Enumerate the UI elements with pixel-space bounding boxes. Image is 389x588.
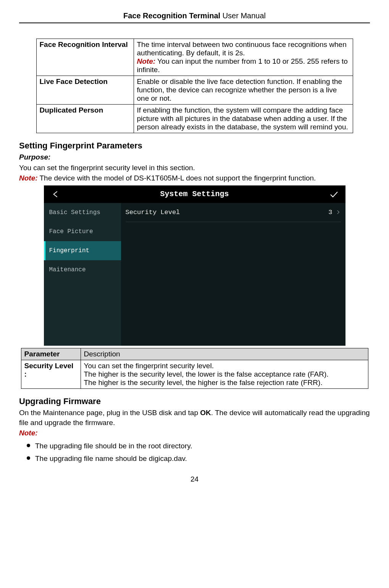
doc-title-rest: User Manual <box>220 11 266 20</box>
device-screenshot: System Settings Basic Settings Face Pict… <box>44 185 345 346</box>
device-main: Security Level 3 <box>121 203 345 346</box>
device-title: System Settings <box>160 190 229 198</box>
page-number: 24 <box>19 475 370 483</box>
note-label: Note: <box>137 57 156 65</box>
note-label: Note: <box>19 429 38 437</box>
list-item: The upgrading file name should be digica… <box>27 454 370 464</box>
table-row: Live Face Detection Enable or disable th… <box>36 76 353 105</box>
param-name: Security Level : <box>21 360 81 388</box>
upgrading-text: On the Maintenance page, plug in the USB… <box>19 408 370 427</box>
sidebar-item-maintenance[interactable]: Maitenance <box>44 260 121 279</box>
col-description: Description <box>81 348 368 360</box>
table-row: Duplicated Person If enabling the functi… <box>36 105 353 133</box>
fingerprint-note: Note: The device with the model of DS-K1… <box>19 173 370 183</box>
page-header: Face Recognition Terminal User Manual <box>19 11 370 20</box>
header-rule <box>19 23 370 23</box>
table-row: Security Level : You can set the fingerp… <box>21 360 368 388</box>
chevron-right-icon <box>336 209 341 215</box>
sidebar-item-basic-settings[interactable]: Basic Settings <box>44 203 121 222</box>
note-label: Note: <box>19 174 38 182</box>
param-desc: You can set the fingerprint security lev… <box>81 360 368 388</box>
upgrading-notes-list: The upgrading file should be in the root… <box>27 441 370 464</box>
list-item: The upgrading file should be in the root… <box>27 441 370 451</box>
param-desc: Enable or disable the live face detectio… <box>134 76 353 105</box>
purpose-text: You can set the fingerprint security lev… <box>19 163 370 173</box>
param-name: Face Recognition Interval <box>36 39 134 76</box>
col-parameter: Parameter <box>21 348 81 360</box>
upgrading-note-label: Note: <box>19 428 370 438</box>
table-row: Face Recognition Interval The time inter… <box>36 39 353 76</box>
security-level-row[interactable]: Security Level 3 <box>126 203 341 222</box>
doc-title-bold: Face Recognition Terminal <box>123 11 220 20</box>
sidebar-item-face-picture[interactable]: Face Picture <box>44 222 121 241</box>
param-name: Duplicated Person <box>36 105 134 133</box>
sidebar-item-fingerprint[interactable]: Fingerprint <box>44 241 121 260</box>
device-sidebar: Basic Settings Face Picture Fingerprint … <box>44 203 121 346</box>
security-level-value: 3 <box>328 209 332 216</box>
section-heading-upgrading: Upgrading Firmware <box>19 396 370 406</box>
purpose-label: Purpose: <box>19 152 370 162</box>
device-titlebar: System Settings <box>44 185 345 203</box>
section-heading-fingerprint: Setting Fingerprint Parameters <box>19 141 370 151</box>
check-icon[interactable] <box>329 189 339 199</box>
security-level-label: Security Level <box>126 209 180 216</box>
param-desc: If enabling the function, the system wil… <box>134 105 353 133</box>
param-name: Live Face Detection <box>36 76 134 105</box>
back-arrow-icon[interactable] <box>51 189 61 199</box>
parameters-table-2: Parameter Description Security Level : Y… <box>21 348 368 389</box>
parameters-table-1: Face Recognition Interval The time inter… <box>36 39 353 133</box>
table-header-row: Parameter Description <box>21 348 368 360</box>
param-desc: The time interval between two continuous… <box>134 39 353 76</box>
